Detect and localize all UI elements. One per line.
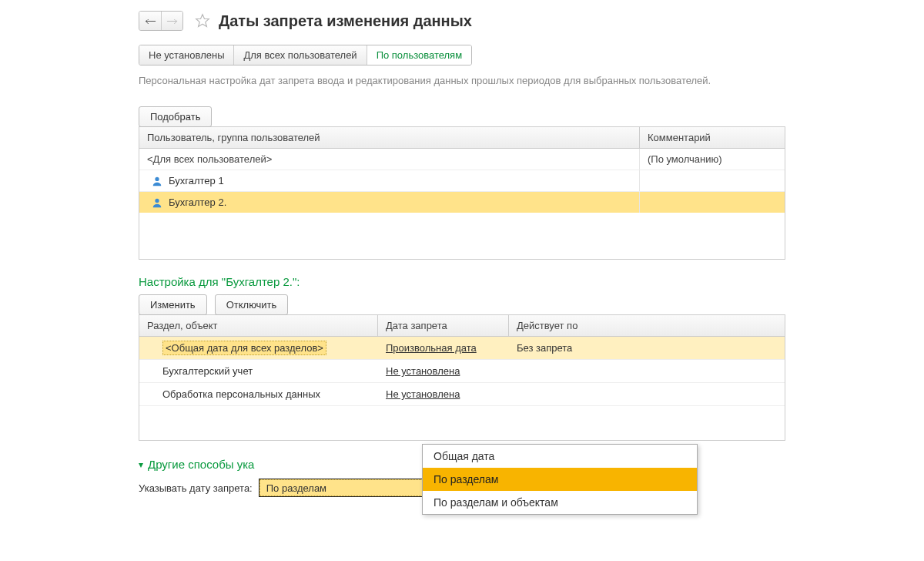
user-icon	[152, 197, 162, 208]
sections-row-0-section: <Общая дата для всех разделов>	[162, 341, 326, 355]
forward-button[interactable]: 🡒	[161, 12, 182, 30]
description-text: Персональная настройка дат запрета ввода…	[139, 75, 785, 86]
dropdown-opt-sections[interactable]: По разделам	[423, 468, 697, 491]
users-col-user: Пользователь, группа пользователей	[139, 127, 640, 149]
users-row-1-name: Бухгалтер 1	[169, 175, 224, 186]
select-button[interactable]: Подобрать	[139, 106, 212, 127]
svg-marker-0	[196, 15, 209, 27]
favorite-star-icon[interactable]	[194, 12, 211, 29]
nav-history: 🡐 🡒	[139, 11, 183, 31]
back-button[interactable]: 🡐	[139, 12, 161, 30]
user-icon	[152, 176, 162, 186]
sections-col-date: Дата запрета	[378, 315, 509, 337]
users-col-comment: Комментарий	[640, 127, 785, 149]
dropdown-opt-common[interactable]: Общая дата	[423, 445, 697, 468]
page-title: Даты запрета изменения данных	[219, 12, 472, 30]
sections-row-2-date[interactable]: Не установлена	[386, 388, 460, 400]
sections-col-valid: Действует по	[509, 315, 785, 337]
sections-row-0-date[interactable]: Произвольная дата	[386, 342, 477, 354]
mode-dropdown-popup: Общая дата По разделам По разделам и объ…	[422, 444, 698, 497]
edit-button[interactable]: Изменить	[139, 294, 207, 315]
chevron-down-icon: ▾	[139, 459, 143, 470]
users-table: Пользователь, группа пользователей Комме…	[139, 126, 785, 260]
svg-point-1	[155, 176, 159, 180]
sections-row-1-date[interactable]: Не установлена	[386, 365, 460, 377]
sections-row-2-section: Обработка персональных данных	[139, 383, 378, 405]
users-row-1[interactable]: Бухгалтер 1	[139, 170, 785, 192]
users-row-all[interactable]: <Для всех пользователей> (По умолчанию)	[139, 149, 785, 170]
settings-title: Настройка для "Бухгалтер 2.":	[139, 275, 924, 288]
sections-row-1-section: Бухгалтерский учет	[139, 360, 378, 382]
other-ways-label: Другие способы ука	[148, 458, 254, 471]
dropdown-opt-sections-objects[interactable]: По разделам и объектам	[423, 491, 697, 497]
mode-tabs: Не установлены Для всех пользователей По…	[139, 45, 472, 66]
tab-not-set[interactable]: Не установлены	[139, 45, 234, 65]
tab-by-users[interactable]: По пользователям	[367, 45, 471, 65]
sections-row-0-valid: Без запрета	[509, 337, 785, 359]
sections-row-0[interactable]: <Общая дата для всех разделов> Произволь…	[139, 337, 785, 360]
tab-all-users[interactable]: Для всех пользователей	[234, 45, 367, 65]
users-row-all-user: <Для всех пользователей>	[139, 149, 640, 170]
sections-row-2[interactable]: Обработка персональных данных Не установ…	[139, 383, 785, 406]
svg-point-2	[155, 198, 159, 202]
specify-date-label: Указывать дату запрета:	[139, 482, 253, 494]
sections-col-section: Раздел, объект	[139, 315, 378, 337]
users-row-2-name: Бухгалтер 2.	[169, 197, 226, 208]
users-row-all-comment: (По умолчанию)	[640, 149, 785, 170]
sections-row-1[interactable]: Бухгалтерский учет Не установлена	[139, 360, 785, 383]
sections-table: Раздел, объект Дата запрета Действует по…	[139, 314, 785, 441]
users-row-2[interactable]: Бухгалтер 2.	[139, 192, 785, 213]
disable-button[interactable]: Отключить	[215, 294, 289, 315]
